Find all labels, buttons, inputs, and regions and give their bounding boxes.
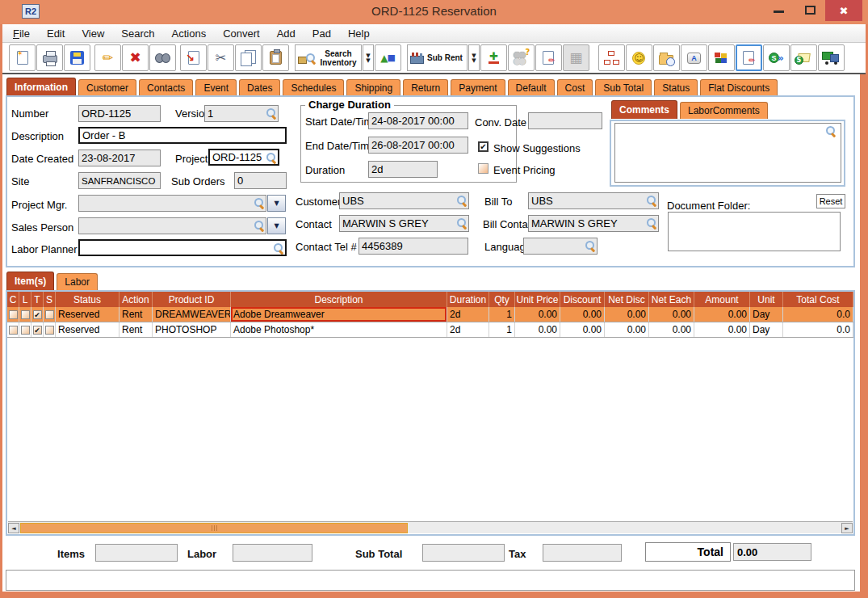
copy-special-button[interactable]: ↘ [180, 44, 207, 71]
menu-convert[interactable]: Convert [223, 27, 260, 40]
sub-rent-button[interactable]: Sub Rent [407, 44, 468, 71]
col-s[interactable]: S [44, 292, 56, 307]
version-lookup-icon[interactable] [266, 107, 277, 119]
find-button[interactable] [149, 44, 176, 71]
col-c[interactable]: C [7, 292, 19, 307]
tab-payment[interactable]: Payment [451, 79, 505, 96]
col-status[interactable]: Status [56, 292, 120, 307]
tab-items[interactable]: Item(s) [6, 272, 54, 290]
col-duration[interactable]: Duration [447, 292, 489, 307]
copy-button[interactable] [235, 44, 262, 71]
row1-t-checkbox[interactable]: ✔ [33, 310, 42, 319]
conv-date-field[interactable] [528, 112, 602, 129]
contact-field[interactable]: MARWIN S GREY [339, 215, 469, 232]
minimize-button[interactable] [774, 11, 784, 13]
edit-button[interactable]: ✏ [94, 44, 121, 71]
comments-lookup-icon[interactable] [825, 125, 837, 137]
scrollbar-thumb[interactable] [20, 523, 408, 533]
number-field[interactable]: ORD-1125 [78, 105, 161, 122]
menu-search[interactable]: Search [121, 27, 154, 40]
date-created-field[interactable]: 23-08-2017 [78, 150, 161, 166]
comments-textarea[interactable] [614, 123, 841, 183]
col-unit-price[interactable]: Unit Price [515, 292, 560, 307]
sub-rent-dropdown[interactable]: ▼▼ [468, 44, 480, 71]
project-lookup-icon[interactable] [266, 152, 277, 163]
document-folder-box[interactable] [668, 212, 841, 251]
tab-flat-discounts[interactable]: Flat Discounts [700, 79, 778, 96]
col-net-each[interactable]: Net Each [649, 292, 694, 307]
tab-contacts[interactable]: Contacts [139, 79, 193, 96]
tab-schedules[interactable]: Schedules [283, 79, 344, 96]
row1-s-checkbox[interactable] [45, 310, 54, 319]
menu-pad[interactable]: Pad [312, 27, 331, 40]
project-mgr-dropdown[interactable]: ▼ [267, 195, 286, 212]
version-field[interactable]: 1 [204, 105, 279, 122]
contact-tel-field[interactable]: 4456389 [359, 238, 468, 255]
site-field[interactable]: SANFRANCISCO [78, 172, 161, 189]
sales-person-field[interactable] [78, 217, 266, 234]
tab-labor[interactable]: Labor [57, 273, 98, 290]
smiley-button[interactable]: ☺ [626, 44, 652, 71]
bill-to-field[interactable]: UBS [528, 192, 659, 209]
col-total-cost[interactable]: Total Cost [783, 292, 853, 307]
bill-contact-field[interactable]: MARWIN S GREY [528, 215, 659, 232]
contact-lookup-icon[interactable] [456, 217, 468, 229]
memo-edit-button[interactable]: ✏ [736, 44, 762, 71]
scroll-right-button[interactable]: ► [841, 523, 853, 533]
tab-status[interactable]: Status [654, 79, 698, 96]
group-query-button[interactable]: ? [508, 44, 535, 71]
horizontal-scrollbar[interactable]: ◄ ► [8, 521, 853, 533]
col-t[interactable]: T [31, 292, 44, 307]
row2-t-checkbox[interactable]: ✔ [33, 326, 42, 335]
menu-actions[interactable]: Actions [172, 27, 207, 40]
col-amount[interactable]: Amount [694, 292, 750, 307]
customer-field[interactable]: UBS [339, 192, 469, 209]
row1-c-checkbox[interactable] [9, 310, 18, 319]
tab-shipping[interactable]: Shipping [346, 79, 400, 96]
menu-help[interactable]: Help [348, 27, 370, 40]
shortcut-key-button[interactable]: A [681, 44, 707, 71]
table-row[interactable]: ✔ Reserved Rent PHOTOSHOP Adobe Photosho… [7, 322, 853, 338]
project-field[interactable]: ORD-1125 [208, 149, 279, 166]
tab-default[interactable]: Default [508, 79, 555, 96]
col-l[interactable]: L [19, 292, 31, 307]
row2-c-checkbox[interactable] [9, 326, 18, 335]
row2-description[interactable]: Adobe Photoshop* [231, 322, 447, 337]
paste-button[interactable] [262, 44, 289, 71]
cut-button[interactable]: ✂ [208, 44, 234, 71]
new-document-button[interactable]: ✶ [9, 44, 36, 71]
tab-labor-comments[interactable]: LaborComments [680, 102, 768, 119]
notepad-button[interactable]: ✏ [535, 44, 562, 71]
delete-button[interactable]: ✖ [122, 44, 149, 71]
sales-person-dropdown[interactable]: ▼ [267, 217, 286, 234]
menu-file[interactable]: File [13, 27, 30, 40]
labor-planner-field[interactable] [78, 239, 287, 256]
event-pricing-checkbox[interactable] [478, 163, 489, 174]
col-net-disc[interactable]: Net Disc [605, 292, 649, 307]
dollar-note-button[interactable]: S [790, 44, 817, 71]
customer-lookup-icon[interactable] [456, 195, 468, 206]
tab-customer[interactable]: Customer [78, 79, 136, 96]
tab-cost[interactable]: Cost [557, 79, 593, 96]
project-mgr-field[interactable] [78, 195, 266, 212]
language-lookup-icon[interactable] [585, 240, 596, 251]
print-button[interactable] [36, 44, 63, 71]
save-button[interactable] [64, 44, 90, 71]
menu-edit[interactable]: Edit [47, 27, 65, 40]
table-row[interactable]: ✔ Reserved Rent DREAMWEAVER Adobe Dreamw… [7, 307, 853, 322]
reset-button[interactable]: Reset [816, 194, 845, 208]
menu-view[interactable]: View [82, 27, 104, 40]
end-date-field[interactable]: 26-08-2017 00:00 [368, 137, 468, 154]
search-inventory-dropdown[interactable]: ▼▼ [363, 44, 374, 71]
scroll-left-button[interactable]: ◄ [8, 523, 19, 533]
tab-dates[interactable]: Dates [239, 79, 280, 96]
col-qty[interactable]: Qty [489, 292, 515, 307]
description-field[interactable]: Order - B [78, 127, 287, 144]
language-field[interactable] [523, 238, 598, 255]
sub-orders-field[interactable]: 0 [234, 172, 287, 189]
col-unit[interactable]: Unit [750, 292, 783, 307]
maximize-button[interactable] [805, 6, 816, 15]
inventory-blocks-button[interactable] [708, 44, 735, 71]
send-dollar-button[interactable]: S» [763, 44, 790, 71]
col-discount[interactable]: Discount [560, 292, 605, 307]
